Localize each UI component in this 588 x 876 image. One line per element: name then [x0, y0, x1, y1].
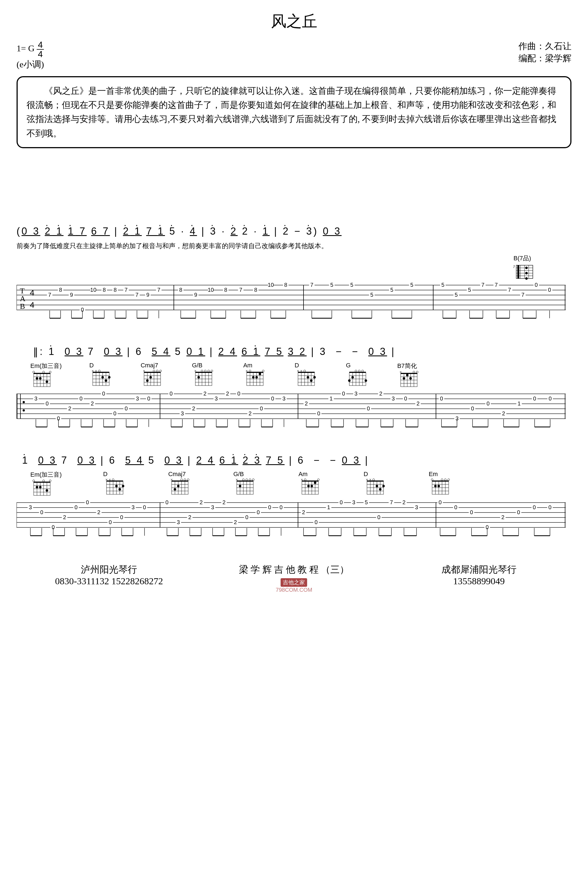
svg-text:5: 5: [410, 282, 413, 288]
jianpu-line-2: ‖: 1 0 3 7 0 3 | 6 5 4 5 0 1 | 2 4 6 1 7…: [16, 346, 572, 357]
svg-point-253: [351, 376, 354, 378]
svg-text:7: 7: [124, 287, 128, 293]
svg-point-156: [39, 377, 42, 380]
svg-point-488: [246, 478, 248, 480]
svg-text:T: T: [20, 286, 24, 295]
svg-text:5: 5: [455, 292, 458, 298]
chord-am: Am: [243, 362, 267, 390]
svg-point-158: [46, 380, 48, 383]
svg-point-254: [364, 379, 367, 382]
svg-point-272: [413, 371, 415, 373]
svg-point-192: [153, 370, 155, 372]
svg-point-489: [242, 478, 244, 480]
svg-text:0: 0: [315, 519, 318, 525]
svg-text:0: 0: [271, 396, 274, 402]
arranger-name: 梁学辉: [545, 53, 572, 63]
chord-g: G: [346, 362, 370, 390]
svg-text:8: 8: [284, 282, 287, 288]
svg-point-505: [304, 478, 306, 480]
svg-text:3: 3: [415, 504, 418, 510]
svg-text:8: 8: [59, 287, 62, 293]
composer-label: 作曲：: [519, 41, 545, 51]
svg-text:5: 5: [365, 500, 368, 506]
svg-text:7: 7: [513, 265, 515, 269]
svg-text:10: 10: [208, 287, 214, 293]
svg-point-485: [238, 484, 241, 487]
svg-text:0: 0: [404, 396, 407, 402]
svg-text:2: 2: [304, 400, 308, 406]
svg-text:2: 2: [203, 391, 206, 397]
svg-point-539: [431, 478, 433, 480]
svg-point-487: [249, 478, 251, 480]
chord-diagram-b7: 7: [513, 263, 536, 280]
chord-cmaj7: Cmaj7: [141, 362, 165, 390]
footer-left-name: 泸州阳光琴行: [16, 563, 201, 576]
svg-text:0: 0: [454, 504, 457, 510]
svg-point-204: [197, 376, 200, 378]
svg-text:0: 0: [367, 405, 370, 411]
svg-point-207: [204, 370, 206, 372]
svg-point-502: [310, 484, 313, 487]
tab-staff-2: 3002020003003223202003201030230203002100: [16, 391, 566, 432]
svg-text:9: 9: [194, 292, 197, 298]
svg-text:7: 7: [310, 282, 313, 288]
footer: 泸州阳光琴行 0830-3311132 15228268272 梁 学 辉 吉 …: [16, 563, 572, 593]
svg-point-469: [177, 484, 179, 487]
svg-point-504: [317, 478, 319, 480]
svg-text:0: 0: [471, 405, 474, 411]
svg-text:0: 0: [533, 504, 536, 510]
tab-system-2: 3002020003003223202003201030230203002100: [16, 391, 572, 432]
svg-point-171: [108, 376, 110, 378]
svg-point-535: [434, 484, 436, 487]
svg-text:2: 2: [501, 514, 504, 520]
watermark-url: 798COM.COM: [201, 587, 386, 593]
svg-text:7: 7: [495, 282, 498, 288]
mode-label: (e小调): [16, 58, 44, 70]
svg-point-161: [33, 371, 35, 373]
jianpu-line-3: 1 0 3 7 0 3 | 6 5 4 5 0 3 | 2 4 6 1 2 3 …: [16, 454, 572, 466]
svg-point-172: [101, 376, 104, 378]
svg-point-534: [437, 484, 440, 487]
chord-em: Em(加三音): [30, 362, 62, 390]
svg-text:8: 8: [179, 287, 182, 293]
svg-point-159: [50, 371, 51, 373]
svg-text:10: 10: [268, 282, 274, 288]
tab-system-1: T A B 4 4 789010887797891087810875555555…: [16, 282, 572, 324]
svg-text:0: 0: [549, 396, 552, 402]
svg-point-190: [159, 370, 161, 372]
time-sig-top: 4: [37, 40, 44, 50]
svg-text:7: 7: [481, 282, 484, 288]
svg-text:3: 3: [29, 504, 32, 510]
svg-text:2: 2: [302, 509, 305, 515]
svg-point-486: [252, 478, 254, 480]
jianpu-line-1: (0 3 2 1 1 7 6 7 | 2 1 7 1 5 · 4 | 3 · 2…: [16, 225, 572, 237]
svg-text:2: 2: [200, 500, 203, 506]
svg-text:7: 7: [521, 292, 524, 298]
svg-text:7: 7: [239, 287, 242, 293]
svg-text:2: 2: [98, 509, 100, 515]
svg-point-220: [258, 373, 261, 375]
svg-text:0: 0: [260, 405, 263, 411]
svg-text:10: 10: [90, 287, 96, 293]
footer-right-name: 成都犀浦阳光琴行: [387, 563, 572, 576]
svg-text:7: 7: [157, 287, 160, 293]
svg-text:5: 5: [441, 282, 444, 288]
svg-rect-9: [518, 265, 519, 279]
key-sig-label: 1= G: [16, 44, 34, 53]
svg-point-237: [306, 376, 309, 378]
svg-text:1: 1: [327, 504, 330, 510]
chord-d: D: [295, 362, 318, 390]
chord-d: D: [103, 471, 127, 499]
svg-point-236: [313, 376, 316, 378]
svg-text:A: A: [20, 294, 26, 303]
svg-text:0: 0: [40, 509, 44, 515]
tab-system-3: 3002002003003223220000201035072300002000: [16, 500, 572, 541]
svg-text:5: 5: [330, 282, 333, 288]
svg-text:3: 3: [136, 396, 139, 402]
svg-point-224: [249, 370, 251, 372]
svg-text:0: 0: [535, 282, 538, 288]
svg-text:2: 2: [502, 410, 505, 417]
svg-point-270: [403, 377, 405, 380]
svg-point-160: [43, 371, 45, 373]
svg-text:0: 0: [45, 400, 49, 406]
